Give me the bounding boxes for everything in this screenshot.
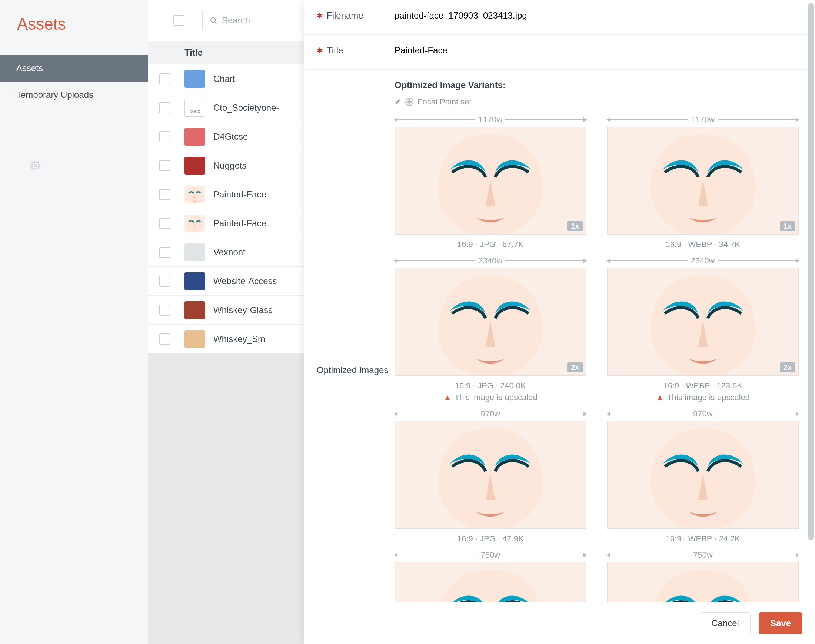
filename-label: Filename [327,11,363,21]
row-title: Painted-Face [213,218,267,228]
variant-image [395,562,587,602]
variants-header: Optimized Image Variants: [395,80,799,90]
variant-image: 1x [607,127,799,235]
variant-meta: 16:9 · JPG · 47.9K [457,534,524,544]
row-checkbox[interactable] [159,160,170,171]
variant-image: 2x [607,268,799,376]
filename-field[interactable] [395,11,799,21]
variant-card[interactable]: 1170w1x16:9 · JPG · 67.7K [395,115,587,249]
asset-detail-panel: ✱Filename ✱Title Optimized Images Optimi… [304,0,815,644]
variant-card[interactable]: 2340w2x16:9 · WEBP · 123.5K▲This image i… [607,256,799,402]
row-title: Website-Access [213,276,277,287]
variant-image: 1x [395,127,587,235]
variant-image [395,421,587,529]
scale-badge: 1x [780,221,795,231]
select-all-checkbox[interactable] [173,15,184,26]
thumbnail [184,244,205,261]
focal-point-text: Focal Point set [418,97,472,107]
row-title: Whiskey_Sm [213,334,265,344]
variant-width: 970w [481,409,500,419]
cancel-button[interactable]: Cancel [700,612,751,634]
row-title: Painted-Face [213,189,267,200]
row-checkbox[interactable] [159,131,170,142]
gear-icon[interactable] [13,144,57,189]
variant-width: 750w [693,550,713,560]
row-title: Whiskey-Glass [213,305,273,315]
svg-point-2 [211,18,216,23]
upscale-text: This image is upscaled [667,393,750,402]
warning-icon: ▲ [443,393,452,402]
row-checkbox[interactable] [159,247,170,258]
variant-card[interactable]: 1170w1x16:9 · WEBP · 34.7K [607,115,799,249]
thumbnail: DOCX [184,99,205,117]
page-title: Assets [0,0,148,51]
row-checkbox[interactable] [159,333,170,345]
title-field[interactable] [395,45,799,55]
variant-card[interactable]: 970w16:9 · WEBP · 24.2K [607,409,799,544]
variant-image: 2x [395,268,587,376]
variant-width: 1170w [478,115,502,124]
variant-width: 1170w [691,115,715,124]
variant-meta: 16:9 · WEBP · 123.5K [663,381,742,391]
thumbnail [184,272,205,290]
variant-meta: 16:9 · WEBP · 34.7K [666,240,740,249]
scrollbar[interactable] [808,3,813,540]
variant-meta: 16:9 · WEBP · 24.2K [666,534,740,544]
variant-card[interactable]: 970w16:9 · JPG · 47.9K [395,409,587,544]
variant-card[interactable]: 750w [395,550,587,602]
row-checkbox[interactable] [159,218,170,229]
variant-width: 2340w [478,256,502,266]
variant-width: 970w [693,409,713,419]
row-title: D4Gtcse [213,132,248,142]
aperture-icon [405,97,414,106]
variant-width: 2340w [691,256,715,266]
row-checkbox[interactable] [159,305,170,316]
check-icon: ✔ [395,97,401,107]
row-title: Cto_Societyone- [213,103,279,113]
required-icon: ✱ [317,46,323,55]
scale-badge: 2x [567,362,583,373]
variant-meta: 16:9 · JPG · 240.0K [455,381,526,391]
row-title: Nuggets [213,161,247,171]
row-checkbox[interactable] [159,102,170,113]
sidebar-item[interactable]: Assets [0,55,148,81]
thumbnail [184,70,205,88]
row-checkbox[interactable] [159,189,170,200]
thumbnail [184,186,205,204]
variant-image [607,421,799,529]
search-placeholder: Search [222,15,250,26]
row-title: Vexnont [213,247,246,258]
thumbnail [184,128,205,146]
svg-point-1 [34,164,37,167]
title-label: Title [327,45,343,55]
svg-line-3 [215,22,216,23]
variant-image [607,562,799,602]
search-icon [209,16,218,25]
scale-badge: 1x [567,221,583,231]
warning-icon: ▲ [656,393,664,402]
variant-width: 750w [481,550,500,560]
thumbnail [184,157,205,175]
thumbnail [184,301,205,319]
scale-badge: 2x [780,362,795,373]
save-button[interactable]: Save [759,612,803,634]
sidebar-item[interactable]: Temporary Uploads [0,81,148,108]
variant-card[interactable]: 2340w2x16:9 · JPG · 240.0K▲This image is… [395,256,587,402]
thumbnail [184,215,205,232]
row-checkbox[interactable] [159,276,170,287]
variant-card[interactable]: 750w [607,550,799,602]
upscale-text: This image is upscaled [455,393,538,402]
required-icon: ✱ [317,11,323,20]
row-checkbox[interactable] [159,74,170,84]
optimized-images-label: Optimized Images [317,364,388,376]
search-input[interactable]: Search [202,10,291,31]
row-title: Chart [213,74,235,84]
thumbnail [184,330,205,348]
variant-meta: 16:9 · JPG · 67.7K [457,240,524,249]
